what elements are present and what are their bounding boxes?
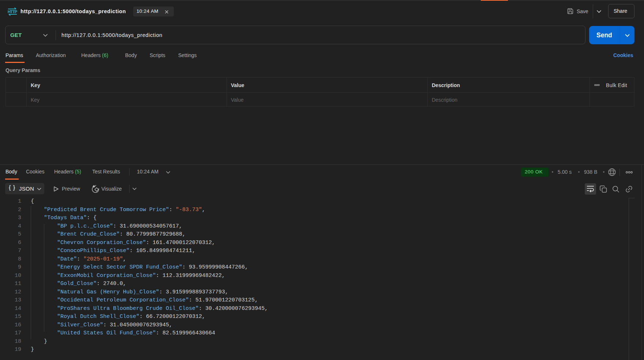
svg-text:HTTP: HTTP [8,10,17,14]
